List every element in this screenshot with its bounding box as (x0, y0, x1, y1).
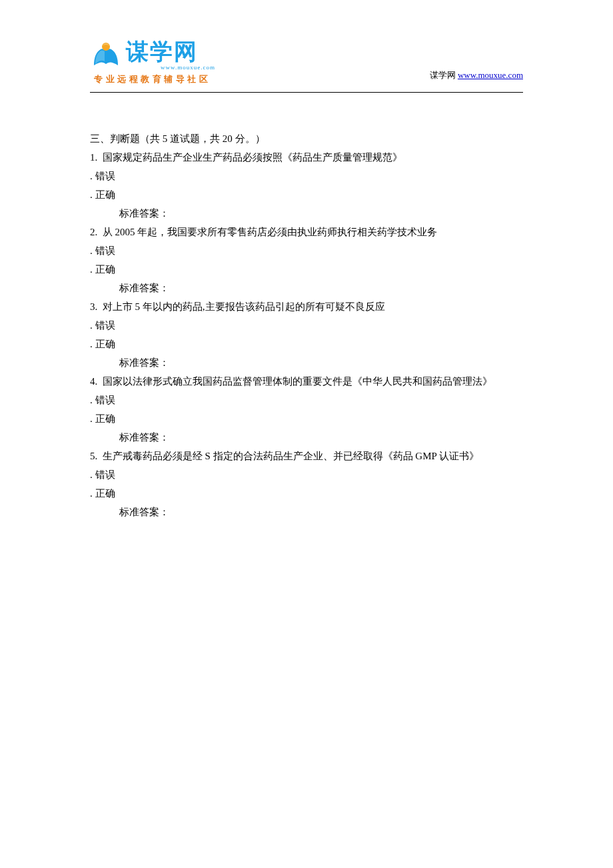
logo-main-text: 谋学网 (126, 40, 215, 63)
section-title: 三、判断题（共 5 道试题，共 20 分。） (90, 129, 523, 148)
question-5: 5. 生产戒毒药品必须是经 S 指定的合法药品生产企业、并已经取得《药品 GMP… (90, 447, 523, 465)
option-wrong: . 错误 (90, 465, 523, 484)
question-3: 3. 对上市 5 年以内的药品,主要报告该药品引起的所有可疑不良反应 (90, 297, 523, 316)
question-number: 2. (90, 227, 97, 237)
site-label: 谋学网 (430, 70, 456, 80)
logo-top-row: 谋学网 www.mouxue.com (90, 40, 215, 71)
question-text: 国家以法律形式确立我国药品监督管理体制的重要文件是《中华人民共和国药品管理法》 (103, 376, 492, 387)
logo-block: 谋学网 www.mouxue.com 专业远程教育辅导社区 (90, 40, 215, 85)
question-text: 从 2005 年起，我国要求所有零售药店必须由执业药师执行相关药学技术业务 (103, 227, 438, 237)
header-site-link: 谋学网 www.mouxue.com (430, 69, 523, 85)
logo-text-wrap: 谋学网 www.mouxue.com (126, 40, 215, 71)
answer-label: 标准答案： (90, 204, 523, 223)
answer-label: 标准答案： (90, 279, 523, 297)
option-right: . 正确 (90, 484, 523, 503)
question-text: 生产戒毒药品必须是经 S 指定的合法药品生产企业、并已经取得《药品 GMP 认证… (103, 451, 479, 461)
option-wrong: . 错误 (90, 391, 523, 409)
question-1: 1. 国家规定药品生产企业生产药品必须按照《药品生产质量管理规范》 (90, 148, 523, 167)
option-right: . 正确 (90, 185, 523, 204)
header-divider (90, 92, 523, 93)
site-url-link[interactable]: www.mouxue.com (458, 70, 523, 80)
content-body: 三、判断题（共 5 道试题，共 20 分。） 1. 国家规定药品生产企业生产药品… (90, 129, 523, 521)
logo-url-small: www.mouxue.com (161, 64, 215, 71)
option-wrong: . 错误 (90, 316, 523, 335)
page-container: 谋学网 www.mouxue.com 专业远程教育辅导社区 谋学网 www.mo… (0, 0, 613, 561)
logo-tagline: 专业远程教育辅导社区 (94, 73, 211, 85)
option-right: . 正确 (90, 335, 523, 353)
question-4: 4. 国家以法律形式确立我国药品监督管理体制的重要文件是《中华人民共和国药品管理… (90, 372, 523, 391)
question-number: 3. (90, 301, 97, 312)
question-number: 5. (90, 451, 97, 461)
question-number: 4. (90, 376, 97, 387)
answer-label: 标准答案： (90, 503, 523, 521)
option-wrong: . 错误 (90, 241, 523, 260)
question-number: 1. (90, 152, 97, 163)
option-right: . 正确 (90, 409, 523, 428)
question-text: 国家规定药品生产企业生产药品必须按照《药品生产质量管理规范》 (103, 152, 402, 163)
question-text: 对上市 5 年以内的药品,主要报告该药品引起的所有可疑不良反应 (103, 301, 385, 312)
option-right: . 正确 (90, 260, 523, 279)
logo-icon (90, 41, 122, 69)
answer-label: 标准答案： (90, 353, 523, 372)
question-2: 2. 从 2005 年起，我国要求所有零售药店必须由执业药师执行相关药学技术业务 (90, 223, 523, 241)
option-wrong: . 错误 (90, 167, 523, 185)
answer-label: 标准答案： (90, 428, 523, 447)
page-header: 谋学网 www.mouxue.com 专业远程教育辅导社区 谋学网 www.mo… (90, 40, 523, 85)
